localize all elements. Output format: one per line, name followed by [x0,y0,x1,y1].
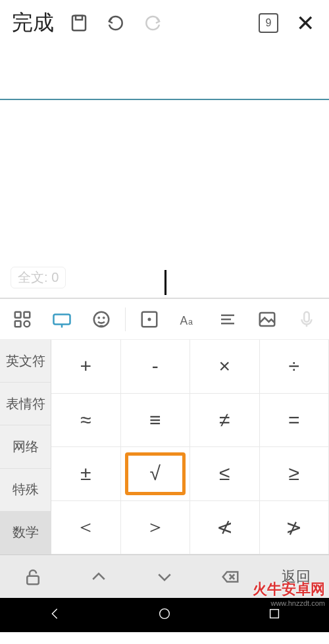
android-nav-bar [0,598,329,632]
undo-icon[interactable] [97,13,134,33]
tab-network[interactable]: 网络 [0,425,51,468]
text-caret [164,270,166,295]
symbol-panel: 英文符 表情符 网络 特殊 数学 +-×÷≈≡≠=±√≤≥＜＞≮≯ [0,340,329,554]
symbol-grid: +-×÷≈≡≠=±√≤≥＜＞≮≯ [51,340,329,554]
format-toolbar: Aa [0,298,329,340]
svg-text:A: A [180,313,188,327]
nav-back-icon[interactable] [47,606,62,624]
svg-point-10 [103,317,104,317]
svg-point-8 [93,311,109,327]
symbol-key[interactable]: = [260,394,330,448]
image-icon[interactable] [249,309,286,329]
apps-icon[interactable] [4,309,41,329]
align-icon[interactable] [209,309,246,329]
symbol-key[interactable]: ÷ [260,340,330,394]
symbol-key[interactable]: √ [121,447,191,501]
symbol-key[interactable]: ≮ [190,501,260,555]
svg-rect-2 [15,311,21,317]
svg-text:a: a [188,317,193,326]
up-arrow-icon[interactable] [66,567,132,587]
keyboard-icon[interactable] [43,309,80,329]
symbol-key[interactable]: ＜ [51,501,121,555]
lock-icon[interactable] [0,567,66,587]
symbol-key[interactable]: ≥ [260,447,330,501]
keyboard-bottom-bar: 返回 [0,554,329,598]
nav-home-icon[interactable] [157,606,172,624]
svg-point-24 [160,609,170,619]
page-count-badge[interactable]: 9 [250,13,287,33]
symbol-key[interactable]: - [121,340,191,394]
svg-rect-1 [76,16,82,20]
return-button[interactable]: 返回 [263,567,329,587]
fullscreen-icon[interactable] [131,309,168,329]
symbol-key[interactable]: ≈ [51,394,121,448]
symbol-key[interactable]: ≯ [260,501,330,555]
svg-rect-3 [24,311,30,317]
category-tabs: 英文符 表情符 网络 特殊 数学 [0,340,51,554]
editor-body-area[interactable]: 全文: 0 [0,100,329,298]
svg-point-9 [98,317,99,317]
word-counter: 全文: 0 [11,267,66,288]
svg-rect-6 [53,314,70,324]
down-arrow-icon[interactable] [132,567,197,587]
top-toolbar: 完成 9 ✕ [0,0,329,46]
font-icon[interactable]: Aa [170,309,207,329]
symbol-key[interactable]: + [51,340,121,394]
emoji-icon[interactable] [83,309,120,329]
nav-recent-icon[interactable] [267,606,282,624]
tab-english[interactable]: 英文符 [0,340,51,383]
backspace-icon[interactable] [197,567,263,587]
svg-point-5 [24,321,30,327]
done-button[interactable]: 完成 [5,9,61,38]
symbol-key[interactable]: ≤ [190,447,260,501]
redo-icon [134,13,171,33]
svg-rect-0 [72,16,86,31]
symbol-key[interactable]: × [190,340,260,394]
save-icon[interactable] [61,13,97,33]
toolbar-divider [125,308,126,331]
svg-rect-4 [15,321,21,327]
symbol-key[interactable]: ＞ [121,501,191,555]
close-icon[interactable]: ✕ [287,10,324,36]
tab-special[interactable]: 特殊 [0,469,51,512]
svg-point-12 [148,318,150,320]
editor-header-area[interactable] [0,46,329,100]
svg-rect-19 [304,311,309,321]
symbol-key[interactable]: ± [51,447,121,501]
mic-icon [288,309,325,329]
symbol-key[interactable]: ≡ [121,394,191,448]
svg-rect-21 [27,576,39,584]
tab-emoji[interactable]: 表情符 [0,383,51,425]
symbol-key[interactable]: ≠ [190,394,260,448]
tab-math[interactable]: 数学 [0,512,51,554]
svg-rect-25 [270,610,278,618]
